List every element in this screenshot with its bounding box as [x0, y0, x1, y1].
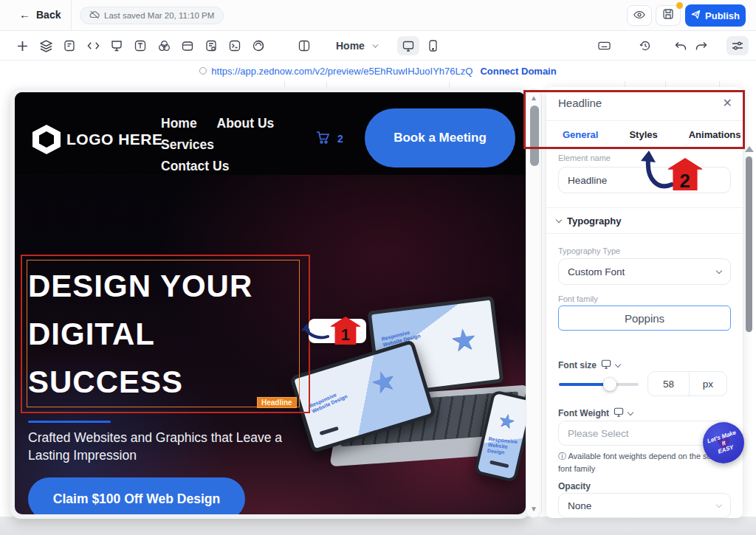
- font-weight-placeholder: Please Select: [568, 428, 629, 439]
- opacity-label: Opacity: [558, 481, 591, 491]
- font-family-picker[interactable]: Poppins: [558, 306, 731, 331]
- panel-title: Headline: [558, 97, 602, 109]
- element-name-value: Headline: [568, 175, 607, 186]
- canvas-scrollbar[interactable]: ▲ ▼: [526, 89, 542, 518]
- tab-animations[interactable]: Animations: [689, 121, 741, 148]
- panel-scrollbar-thumb[interactable]: [746, 156, 752, 332]
- undo-icon[interactable]: [673, 38, 688, 53]
- site-logo: LOGO HERE: [32, 125, 163, 154]
- nav-link-contact[interactable]: Contact Us: [161, 156, 229, 177]
- settings-sliders-icon[interactable]: [726, 36, 749, 55]
- publish-button[interactable]: Publish: [685, 4, 746, 27]
- tab-general[interactable]: General: [563, 121, 598, 148]
- shapes-icon[interactable]: [157, 38, 171, 53]
- cart-button[interactable]: 2: [316, 131, 343, 146]
- typography-section-toggle[interactable]: Typography: [557, 215, 621, 227]
- star-icon: ★: [448, 321, 478, 358]
- font-size-slider[interactable]: [559, 383, 639, 386]
- desktop-view-button[interactable]: [397, 36, 419, 55]
- terminal-icon[interactable]: [227, 38, 242, 53]
- font-size-input[interactable]: 58: [648, 372, 690, 396]
- divider: [546, 207, 743, 208]
- preview-button[interactable]: [627, 5, 652, 26]
- opacity-select[interactable]: None: [558, 493, 731, 518]
- headline-line-2: DIGITAL: [28, 317, 155, 351]
- page-selector-dropdown[interactable]: Home: [336, 37, 377, 55]
- easy-badge: ♥ Let's Make It EASY: [703, 422, 744, 463]
- text-icon[interactable]: [133, 38, 148, 53]
- nav-link-home[interactable]: Home: [161, 113, 197, 134]
- device-monitor-icon[interactable]: [601, 359, 611, 371]
- mobile-view-button[interactable]: [425, 38, 440, 53]
- star-icon: ★: [495, 408, 518, 434]
- forms-icon[interactable]: [62, 38, 77, 53]
- publish-label: Publish: [705, 10, 740, 21]
- scroll-down-icon[interactable]: ▼: [526, 505, 541, 513]
- send-icon: [691, 10, 701, 21]
- headline-line-1: DESIGN YOUR: [28, 269, 252, 303]
- form-builder-icon[interactable]: [204, 38, 219, 53]
- add-element-icon[interactable]: [15, 38, 30, 53]
- tablet-caption: Responsive Website Design: [309, 388, 348, 415]
- hero-headline[interactable]: DESIGN YOUR DIGITAL SUCCESS: [28, 262, 252, 406]
- split-layout-icon[interactable]: [297, 38, 312, 53]
- claim-offer-button[interactable]: Claim $100 Off Web Design: [28, 477, 245, 514]
- nav-link-about[interactable]: About Us: [217, 113, 275, 134]
- font-weight-label-row: Font Weight: [558, 407, 633, 419]
- panel-header: Headline ✕: [546, 87, 743, 121]
- typography-section-label: Typography: [567, 215, 621, 227]
- opacity-value: None: [568, 500, 591, 511]
- preview-url-link[interactable]: https://app.zednow.com/v2/preview/e5EhRu…: [199, 66, 472, 77]
- page-bottom-strip: [0, 517, 756, 535]
- chevron-down-icon: [556, 217, 562, 223]
- typography-type-value: Custom Font: [568, 266, 625, 277]
- book-meeting-button[interactable]: Book a Meeting: [365, 108, 515, 168]
- link-ring-icon: [199, 67, 207, 75]
- easy-badge-text: Let's Make It EASY: [707, 429, 741, 457]
- save-button[interactable]: [656, 5, 681, 26]
- mockup-button: [489, 460, 509, 469]
- headline-line-3: SUCCESS: [28, 365, 183, 399]
- scroll-up-icon[interactable]: [745, 146, 754, 152]
- typography-type-select[interactable]: Custom Font: [558, 258, 731, 285]
- connect-domain-link[interactable]: Connect Domain: [480, 66, 556, 77]
- slider-fill: [559, 383, 605, 386]
- curved-arrow-icon: [636, 149, 675, 190]
- editor-toolbar: Home: [0, 31, 756, 61]
- theme-icon[interactable]: [251, 38, 266, 53]
- cart-icon: [316, 131, 331, 146]
- step-number: 1: [341, 325, 350, 345]
- divider: [546, 233, 743, 234]
- redo-icon[interactable]: [694, 38, 709, 53]
- container-icon[interactable]: [180, 38, 195, 53]
- font-size-label: Font size: [558, 360, 597, 370]
- curved-arrow-icon: [300, 320, 331, 339]
- nav-link-services[interactable]: Services: [161, 134, 214, 156]
- eye-icon: [633, 9, 645, 22]
- chevron-down-icon: [716, 501, 722, 507]
- code-embed-icon[interactable]: [86, 38, 100, 53]
- typography-type-label: Typography Type: [558, 246, 620, 255]
- layers-icon[interactable]: [38, 38, 53, 53]
- font-size-value-group: 58 px: [647, 371, 727, 396]
- annotation-step1-box: 1: [309, 319, 366, 343]
- chevron-down-icon[interactable]: [628, 409, 633, 415]
- close-icon[interactable]: ✕: [723, 96, 732, 110]
- scroll-up-icon[interactable]: ▲: [526, 94, 541, 102]
- font-size-unit-select[interactable]: px: [690, 372, 726, 396]
- headline-element-tag: Headline: [257, 397, 297, 408]
- back-button[interactable]: ← Back: [19, 8, 61, 21]
- slider-thumb[interactable]: [603, 378, 616, 391]
- page-selector-value: Home: [336, 40, 365, 52]
- hero-subtitle[interactable]: Crafted Websites and Graphics that Leave…: [28, 429, 290, 464]
- tab-styles[interactable]: Styles: [629, 121, 657, 148]
- scrollbar-thumb[interactable]: [530, 106, 539, 166]
- device-monitor-icon[interactable]: [614, 407, 624, 419]
- widget-icon[interactable]: [109, 38, 124, 53]
- keyboard-icon[interactable]: [597, 38, 611, 53]
- star-icon: ★: [367, 362, 400, 401]
- history-icon[interactable]: [638, 38, 653, 53]
- phone-caption: Responsive Website Design: [487, 436, 521, 457]
- note-line-1: Available font weights depend on the sel…: [568, 452, 718, 460]
- chevron-down-icon[interactable]: [615, 361, 621, 367]
